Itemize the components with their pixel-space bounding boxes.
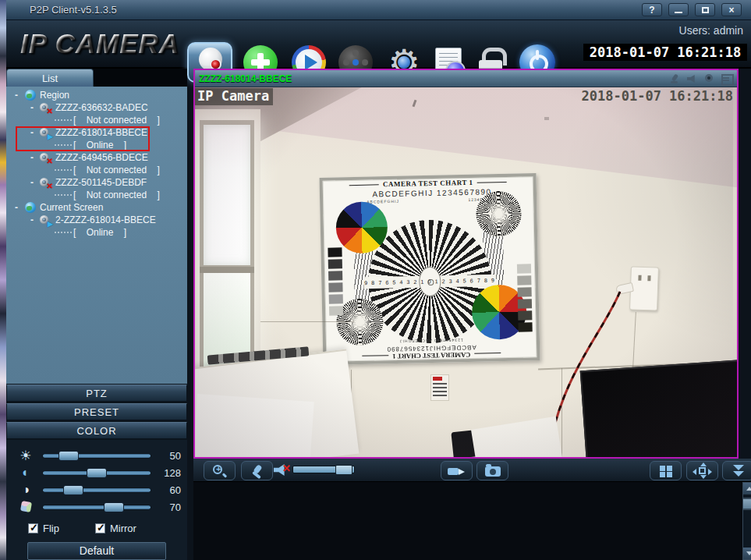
collapse-icon[interactable] <box>28 102 36 113</box>
camera-icon <box>39 103 51 113</box>
online-badge-icon <box>48 132 53 140</box>
monitor-in-scene <box>580 360 737 457</box>
video-stream[interactable]: CAMERA TEST CHART 1 ABCDEFGHIJ 123456789… <box>195 87 737 457</box>
default-button[interactable]: Default <box>27 542 166 560</box>
record-button[interactable] <box>441 461 473 480</box>
video-title: ZZZZ-618014-BBECE <box>195 73 292 84</box>
titlebar[interactable]: P2P Client-v5.1.3.5 ? × <box>6 0 751 20</box>
system-clock: 2018-01-07 16:21:18 <box>583 44 747 61</box>
device-status-row: [ Online ] <box>6 139 187 151</box>
camera-name-overlay: IP Camera <box>195 88 273 105</box>
close-button[interactable]: × <box>721 3 742 16</box>
minimize-button[interactable] <box>668 3 689 16</box>
scroll-down-button[interactable] <box>743 548 751 559</box>
device-item[interactable]: ZZZZ-501145-DEBDF <box>6 176 187 189</box>
collapse-icon[interactable] <box>28 127 36 138</box>
grid-icon <box>660 466 665 471</box>
ptz-panel-button[interactable]: PTZ <box>6 385 187 402</box>
help-button[interactable]: ? <box>642 3 662 16</box>
collapse-icon[interactable] <box>28 214 36 225</box>
contrast-slider[interactable] <box>42 470 151 476</box>
leader-dots <box>55 144 72 146</box>
fullscreen-button[interactable] <box>686 461 718 480</box>
video-control-bar: ✕ <box>193 459 751 482</box>
device-status: [ Online ] <box>73 140 126 151</box>
desk-panel <box>195 394 314 457</box>
webcam-icon[interactable] <box>703 73 715 83</box>
selected-device-wrap: ZZZZ-618014-BBECE [ Online ] <box>6 126 187 151</box>
vertical-scrollbar[interactable] <box>742 482 751 560</box>
slider-thumb[interactable] <box>63 485 83 495</box>
video-titlebar[interactable]: ZZZZ-618014-BBECE <box>195 70 737 87</box>
device-status-row: [ Online ] <box>6 226 187 239</box>
scrollbar-thumb[interactable] <box>743 498 751 510</box>
device-name: ZZZZ-649456-BDECE <box>55 152 148 163</box>
video-camera-icon <box>448 468 459 475</box>
device-item[interactable]: ZZZZ-618014-BBECE <box>6 126 187 139</box>
frames-icon[interactable] <box>721 73 732 83</box>
bottom-panel-area <box>193 482 751 560</box>
camera-icon <box>39 215 51 225</box>
header: IP CAMERA ⚙ Users: admin 2018-01-07 16:2… <box>6 20 751 69</box>
leader-dots <box>55 194 72 196</box>
collapse-icon[interactable] <box>12 202 20 213</box>
photo-camera-icon <box>485 466 501 477</box>
color-panel-button[interactable]: COLOR <box>6 422 187 439</box>
tree-group-region[interactable]: Region <box>6 89 187 101</box>
brightness-icon <box>16 448 36 464</box>
device-status: [ Online ] <box>73 227 126 238</box>
multi-screen-button[interactable] <box>650 461 682 480</box>
device-tree: Region ZZZZ-636632-BADEC [ Not connected… <box>6 87 187 384</box>
tab-list[interactable]: List <box>6 69 94 87</box>
speaker-icon[interactable] <box>686 73 698 83</box>
brightness-slider[interactable] <box>42 453 151 459</box>
sidebar-tabbar: List <box>6 69 187 87</box>
camera-icon <box>39 153 51 163</box>
window-title: P2P Client-v5.1.3.5 <box>6 4 117 16</box>
offline-badge-icon <box>47 182 53 190</box>
volume-slider[interactable] <box>292 466 355 473</box>
snapshot-button[interactable] <box>476 461 508 480</box>
p2p-client-window: P2P Client-v5.1.3.5 ? × IP CAMERA ⚙ <box>0 0 751 560</box>
maximize-button[interactable] <box>695 3 715 16</box>
color-panel: 50 128 60 70 <box>6 440 187 560</box>
mirror-label: Mirror <box>110 523 136 534</box>
desktop-background-strip <box>0 0 6 560</box>
contrast-alt-icon <box>16 483 36 497</box>
scroll-up-button[interactable] <box>743 483 751 494</box>
collapse-icon[interactable] <box>28 177 36 188</box>
offline-badge-icon <box>47 107 53 115</box>
group-label: Current Screen <box>40 202 103 213</box>
camera-icon <box>39 128 51 138</box>
camera-time-overlay: 2018-01-07 16:21:18 <box>582 88 733 104</box>
talk-button[interactable] <box>241 461 273 480</box>
collapse-icon[interactable] <box>12 90 20 101</box>
slider-thumb[interactable] <box>58 451 79 461</box>
saturation-slider[interactable] <box>42 505 151 510</box>
app-logo: IP CAMERA <box>20 28 179 59</box>
device-item[interactable]: ZZZZ-649456-BDECE <box>6 151 187 164</box>
tree-group-current-screen[interactable]: Current Screen <box>6 201 187 214</box>
globe-icon <box>25 90 36 101</box>
contrast-row: 128 <box>6 464 187 481</box>
device-status: [ Not connected ] <box>73 190 160 200</box>
muted-speaker-icon[interactable]: ✕ <box>274 464 287 476</box>
saturation-icon <box>16 501 36 514</box>
slider-thumb[interactable] <box>87 468 107 478</box>
device-item[interactable]: ZZZZ-636632-BADEC <box>6 101 187 114</box>
hide-panel-button[interactable] <box>722 461 751 480</box>
contrast-alt-slider[interactable] <box>42 487 151 493</box>
flip-checkbox[interactable] <box>28 523 38 533</box>
contrast-value: 128 <box>158 467 181 479</box>
device-name: ZZZZ-501145-DEBDF <box>55 177 147 188</box>
device-item[interactable]: 2-ZZZZ-618014-BBECE <box>6 214 187 226</box>
digital-zoom-button[interactable] <box>204 461 236 480</box>
device-status: [ Not connected ] <box>73 165 160 175</box>
brightness-row: 50 <box>6 447 187 464</box>
mirror-checkbox[interactable] <box>95 523 105 533</box>
mic-icon[interactable] <box>669 73 681 83</box>
slider-thumb[interactable] <box>104 502 124 512</box>
preset-panel-button[interactable]: PRESET <box>6 403 187 420</box>
collapse-icon[interactable] <box>28 152 36 163</box>
volume-thumb[interactable] <box>335 465 352 475</box>
